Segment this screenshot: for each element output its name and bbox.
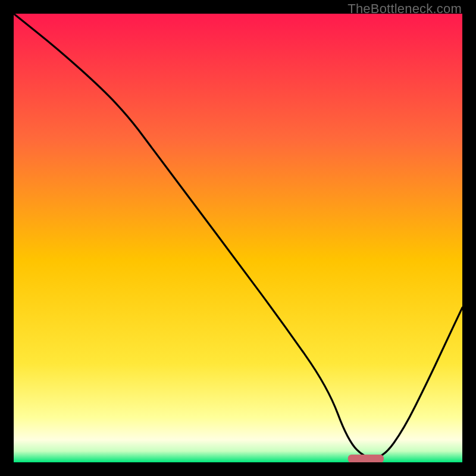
gradient-background	[14, 14, 462, 462]
chart-frame: TheBottleneck.com	[0, 0, 476, 476]
chart-svg	[14, 14, 462, 462]
plot-area	[14, 14, 462, 462]
optimal-range-marker	[348, 455, 384, 462]
